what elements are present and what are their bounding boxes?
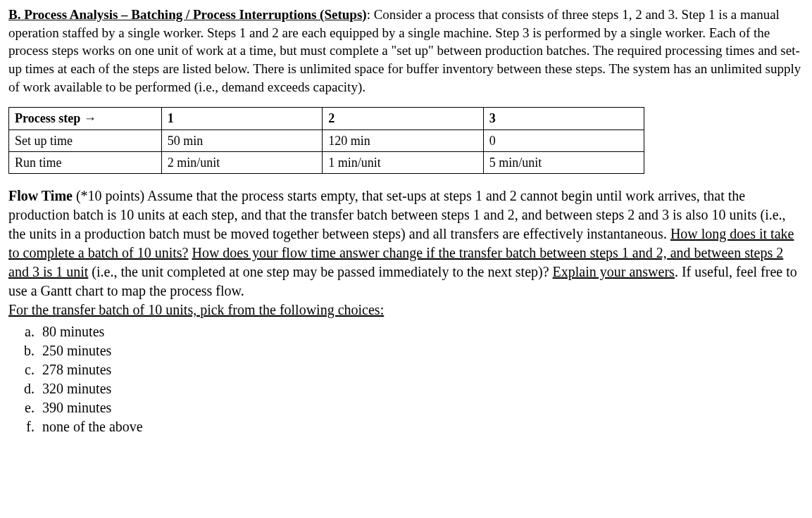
table-row: Set up time 50 min 120 min 0	[9, 130, 644, 151]
choices-intro: For the transfer batch of 10 units, pick…	[8, 302, 384, 317]
row-label-run: Run time	[9, 151, 162, 173]
table-header-label: Process step	[15, 111, 80, 125]
process-table: Process step → 1 2 3 Set up time 50 min …	[8, 107, 644, 174]
choice-c: 278 minutes	[38, 360, 804, 379]
col-header-3: 3	[483, 108, 644, 130]
choice-e: 390 minutes	[38, 398, 804, 417]
choice-b: 250 minutes	[38, 341, 804, 360]
arrow-icon: →	[84, 111, 96, 125]
cell-run-2: 1 min/unit	[323, 151, 483, 173]
flow-points: (*10 points)	[73, 188, 147, 203]
cell-run-3: 5 min/unit	[483, 151, 644, 173]
choice-d: 320 minutes	[38, 379, 804, 398]
flow-paragraph: Flow Time (*10 points) Assume that the p…	[8, 187, 804, 320]
flow-q3: Explain your answers	[553, 264, 675, 279]
row-label-setup: Set up time	[9, 130, 162, 151]
title-suffix: :	[367, 7, 374, 22]
section-title: B. Process Analysis – Batching / Process…	[8, 7, 367, 22]
table-header-row: Process step → 1 2 3	[9, 108, 644, 130]
table-header-label-cell: Process step →	[9, 108, 162, 130]
flow-body2: (i.e., the unit completed at one step ma…	[88, 264, 552, 279]
cell-setup-3: 0	[483, 130, 644, 151]
choice-f: none of the above	[38, 417, 804, 436]
intro-paragraph: B. Process Analysis – Batching / Process…	[8, 6, 804, 96]
col-header-1: 1	[161, 108, 322, 130]
cell-setup-2: 120 min	[323, 130, 483, 151]
choices-list: 80 minutes 250 minutes 278 minutes 320 m…	[8, 322, 804, 436]
flow-title: Flow Time	[8, 188, 73, 203]
cell-run-1: 2 min/unit	[161, 151, 322, 173]
table-row: Run time 2 min/unit 1 min/unit 5 min/uni…	[9, 151, 644, 173]
cell-setup-1: 50 min	[161, 130, 322, 151]
col-header-2: 2	[323, 108, 483, 130]
choice-a: 80 minutes	[38, 322, 804, 341]
